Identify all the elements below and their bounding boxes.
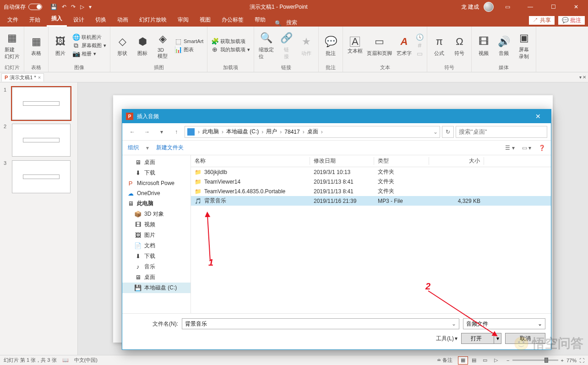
file-row[interactable]: 📁TeamViewer14.6.4835.0.Portable2019/11/1… [191, 186, 551, 196]
col-name[interactable]: 名称 [191, 157, 310, 165]
album-button[interactable]: 📷相册▾ [72, 50, 106, 57]
tree-item[interactable]: 📄文档 [122, 240, 191, 251]
tab-insert[interactable]: 插入 [47, 13, 67, 27]
screen-recording-button[interactable]: ▣屏幕 录制 [516, 31, 532, 60]
smartart-button[interactable]: ⬚SmartArt [174, 38, 203, 45]
col-type[interactable]: 类型 [374, 157, 429, 165]
tree-item[interactable]: ♪音乐 [122, 261, 191, 272]
3d-model-button[interactable]: ◈3D 模型 [154, 32, 171, 60]
tab-slideshow[interactable]: 幻灯片放映 [135, 14, 171, 27]
tree-item[interactable]: ⬇下载 [122, 168, 191, 178]
slide-thumb-3[interactable]: 3 [0, 158, 77, 195]
header-footer-button[interactable]: ▭页眉和页脚 [367, 34, 392, 57]
ribbon-options-icon[interactable]: ▭ [498, 4, 517, 10]
ribbon-close-icon[interactable]: ✕ [583, 75, 586, 80]
qat-more-icon[interactable]: ▾ [89, 4, 92, 10]
zoom-level[interactable]: 77% [566, 358, 577, 363]
col-date[interactable]: 修改日期 [310, 157, 374, 165]
tab-officetab[interactable]: 办公标签 [217, 14, 248, 27]
ribbon-collapse-icon[interactable]: ▾ [579, 75, 582, 80]
tab-review[interactable]: 审阅 [173, 14, 193, 27]
file-list[interactable]: 名称 修改日期 类型 大小 📁360jkjldlb2019/3/1 10:13文… [191, 155, 551, 313]
zoom-control[interactable]: − + 77% ⛶ [506, 358, 584, 363]
breadcrumb[interactable]: ›此电脑 ›本地磁盘 (C:) ›用户 ›78417 ›桌面 › ⌄ [185, 126, 440, 138]
icons-button[interactable]: ⬢图标 [134, 34, 151, 57]
spellcheck-icon[interactable]: 📖 [62, 357, 69, 363]
tree-item[interactable]: 🖥桌面 [122, 157, 191, 168]
my-addins-button[interactable]: ⊕我的加载项▾ [211, 46, 250, 53]
comments-button[interactable]: 💬 批注 [558, 16, 585, 25]
open-button[interactable]: 打开▾ [461, 333, 501, 344]
fit-to-window-icon[interactable]: ⛶ [579, 358, 584, 363]
newfolder-button[interactable]: 新建文件夹 [156, 144, 184, 152]
col-size[interactable]: 大小 [429, 157, 484, 165]
tree-item[interactable]: 🎞视频 [122, 219, 191, 230]
chevron-down-icon[interactable]: ⌄ [538, 321, 542, 327]
slideshow-view-icon[interactable]: ▷ [491, 356, 501, 365]
tab-transitions[interactable]: 切换 [91, 14, 111, 27]
view-options-icon[interactable]: ☰ ▾ [505, 145, 514, 151]
zoom-button[interactable]: 🔍缩放定 位 [258, 31, 274, 60]
file-row[interactable]: 📁360jkjldlb2019/3/1 10:13文件夹 [191, 167, 551, 177]
recent-icon[interactable]: ▾ [155, 125, 168, 138]
start-from-beginning-icon[interactable]: ▷ [80, 4, 84, 10]
tab-view[interactable]: 视图 [195, 14, 215, 27]
open-dropdown-icon[interactable]: ▾ [494, 333, 501, 343]
normal-view-icon[interactable]: ▦ [458, 356, 468, 365]
share-button[interactable]: ↗ 共享 [528, 16, 555, 25]
tree-item[interactable]: 🖥桌面 [122, 272, 191, 283]
slide-thumbnails[interactable]: 1 2 3 [0, 82, 78, 355]
refresh-icon[interactable]: ↻ [442, 126, 454, 138]
minimize-icon[interactable]: — [521, 4, 539, 10]
notes-button[interactable]: ≐ 备注 [437, 357, 452, 364]
shapes-button[interactable]: ◇形状 [114, 34, 131, 57]
picture-button[interactable]: 🖼图片 [52, 34, 69, 57]
close-icon[interactable]: ✕ [567, 4, 585, 10]
document-tab[interactable]: P演示文稿1 *× [1, 73, 44, 82]
tree-item[interactable]: ⬇下载 [122, 251, 191, 261]
tools-menu[interactable]: 工具(L) ▾ [436, 335, 457, 343]
organize-button[interactable]: 组织 [128, 144, 139, 152]
comment-button[interactable]: 💬批注 [322, 34, 339, 57]
reading-view-icon[interactable]: ▭ [480, 356, 490, 365]
tree-item[interactable]: 🖥此电脑 [122, 198, 191, 209]
avatar[interactable] [484, 2, 494, 12]
chevron-down-icon[interactable]: ⌄ [433, 129, 438, 135]
search-hint[interactable]: 搜索 [286, 19, 297, 27]
search-icon[interactable]: 🔍 [272, 20, 284, 27]
zoom-in-icon[interactable]: + [561, 358, 564, 363]
preview-pane-icon[interactable]: ▭ ▾ [522, 145, 531, 151]
tab-home[interactable]: 开始 [25, 14, 45, 27]
tree-item[interactable]: ☁OneDrive [122, 188, 191, 198]
wordart-button[interactable]: A艺术字 [396, 34, 412, 57]
undo-icon[interactable]: ↶ [62, 4, 66, 10]
maximize-icon[interactable]: ☐ [544, 4, 562, 10]
chart-button[interactable]: 📊图表 [174, 46, 203, 53]
save-icon[interactable]: 💾 [50, 4, 57, 10]
filename-input[interactable]: 背景音乐⌄ [182, 318, 459, 329]
textbox-button[interactable]: A文本框 [347, 37, 363, 54]
file-row[interactable]: 📁TeamViewer142019/11/13 8:41文件夹 [191, 177, 551, 186]
online-picture-button[interactable]: 🌐联机图片 [72, 33, 106, 41]
slide-thumb-2[interactable]: 2 [0, 122, 77, 158]
file-type-filter[interactable]: 音频文件⌄ [463, 318, 545, 329]
tab-help[interactable]: 帮助 [250, 14, 270, 27]
tree-item[interactable]: PMicrosoft Powe [122, 178, 191, 188]
slide-sorter-icon[interactable]: ▤ [469, 356, 479, 365]
autosave-toggle[interactable]: 自动保存 [0, 3, 46, 11]
file-row[interactable]: 🎵背景音乐2019/11/16 21:39MP3 - File4,329 KB [191, 196, 551, 206]
symbol-button[interactable]: Ω符号 [451, 34, 468, 57]
close-tab-icon[interactable]: × [38, 75, 41, 80]
tab-design[interactable]: 设计 [69, 14, 89, 27]
dialog-close-icon[interactable]: ✕ [529, 113, 547, 120]
video-button[interactable]: 🎞视频 [475, 34, 492, 57]
tab-file[interactable]: 文件 [3, 14, 23, 27]
tree-item[interactable]: 📦3D 对象 [122, 209, 191, 219]
language-label[interactable]: 中文(中国) [74, 357, 98, 364]
dialog-titlebar[interactable]: P 插入音频 ✕ [122, 109, 551, 123]
up-icon[interactable]: ↑ [170, 125, 183, 138]
back-icon[interactable]: ← [126, 125, 139, 138]
folder-tree[interactable]: 🖥桌面⬇下载PMicrosoft Powe☁OneDrive🖥此电脑📦3D 对象… [122, 155, 191, 313]
chevron-down-icon[interactable]: ⌄ [452, 321, 456, 327]
zoom-slider[interactable] [512, 360, 558, 361]
